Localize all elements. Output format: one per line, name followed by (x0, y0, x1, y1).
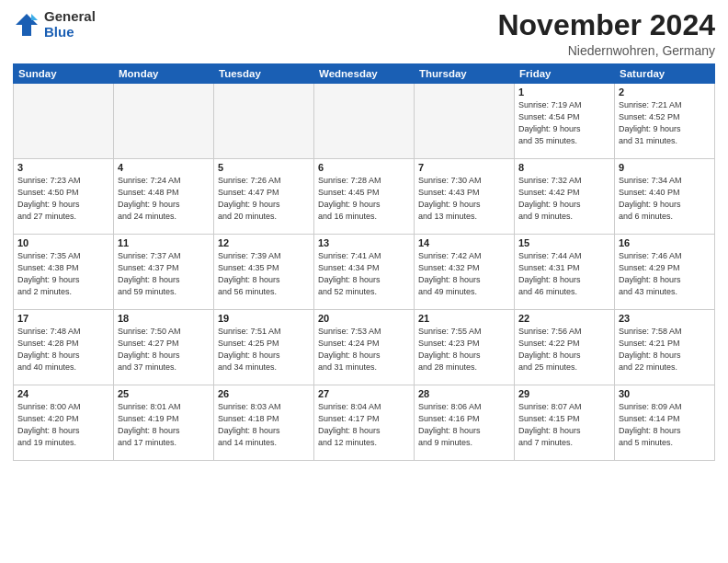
col-thursday: Thursday (415, 64, 515, 84)
day-number: 23 (619, 313, 711, 324)
day-info: Sunrise: 8:07 AMSunset: 4:15 PMDaylight:… (518, 401, 610, 449)
day-number: 17 (17, 313, 109, 324)
table-row: 13Sunrise: 7:41 AMSunset: 4:34 PMDayligh… (314, 235, 415, 310)
day-info: Sunrise: 8:03 AMSunset: 4:18 PMDaylight:… (218, 401, 310, 449)
table-row: 3Sunrise: 7:23 AMSunset: 4:50 PMDaylight… (14, 159, 114, 235)
day-number: 3 (17, 162, 109, 173)
day-info: Sunrise: 7:34 AMSunset: 4:40 PMDaylight:… (619, 175, 711, 223)
table-row: 23Sunrise: 7:58 AMSunset: 4:21 PMDayligh… (615, 310, 715, 385)
calendar-week-row: 3Sunrise: 7:23 AMSunset: 4:50 PMDaylight… (14, 159, 715, 235)
table-row: 20Sunrise: 7:53 AMSunset: 4:24 PMDayligh… (314, 310, 415, 385)
table-row (14, 84, 114, 159)
table-row: 27Sunrise: 8:04 AMSunset: 4:17 PMDayligh… (314, 385, 415, 461)
table-row (314, 84, 415, 159)
calendar-week-row: 1Sunrise: 7:19 AMSunset: 4:54 PMDaylight… (14, 84, 715, 159)
calendar-table: Sunday Monday Tuesday Wednesday Thursday… (13, 63, 715, 461)
day-number: 5 (218, 162, 310, 173)
day-info: Sunrise: 8:01 AMSunset: 4:19 PMDaylight:… (118, 401, 210, 449)
table-row: 17Sunrise: 7:48 AMSunset: 4:28 PMDayligh… (14, 310, 114, 385)
day-info: Sunrise: 8:06 AMSunset: 4:16 PMDaylight:… (418, 401, 510, 449)
page: General Blue November 2024 Niedernwohren… (0, 0, 728, 563)
table-row: 19Sunrise: 7:51 AMSunset: 4:25 PMDayligh… (214, 310, 314, 385)
col-wednesday: Wednesday (314, 64, 415, 84)
month-title: November 2024 (497, 9, 715, 41)
day-number: 4 (118, 162, 210, 173)
calendar-week-row: 24Sunrise: 8:00 AMSunset: 4:20 PMDayligh… (14, 385, 715, 461)
day-number: 11 (118, 237, 210, 248)
table-row: 24Sunrise: 8:00 AMSunset: 4:20 PMDayligh… (14, 385, 114, 461)
day-number: 18 (118, 313, 210, 324)
col-monday: Monday (114, 64, 214, 84)
table-row: 22Sunrise: 7:56 AMSunset: 4:22 PMDayligh… (515, 310, 615, 385)
day-number: 22 (518, 313, 610, 324)
day-info: Sunrise: 7:41 AMSunset: 4:34 PMDaylight:… (318, 250, 410, 298)
day-number: 9 (619, 162, 711, 173)
title-block: November 2024 Niedernwohren, Germany (497, 9, 715, 58)
table-row: 29Sunrise: 8:07 AMSunset: 4:15 PMDayligh… (515, 385, 615, 461)
day-number: 25 (118, 388, 210, 399)
table-row: 14Sunrise: 7:42 AMSunset: 4:32 PMDayligh… (415, 235, 515, 310)
table-row: 2Sunrise: 7:21 AMSunset: 4:52 PMDaylight… (615, 84, 715, 159)
day-number: 7 (418, 162, 510, 173)
day-info: Sunrise: 7:28 AMSunset: 4:45 PMDaylight:… (318, 175, 410, 223)
day-info: Sunrise: 7:51 AMSunset: 4:25 PMDaylight:… (218, 326, 310, 373)
day-info: Sunrise: 7:53 AMSunset: 4:24 PMDaylight:… (318, 326, 410, 373)
table-row: 30Sunrise: 8:09 AMSunset: 4:14 PMDayligh… (615, 385, 715, 461)
day-info: Sunrise: 7:48 AMSunset: 4:28 PMDaylight:… (17, 326, 109, 373)
col-sunday: Sunday (14, 64, 114, 84)
table-row (415, 84, 515, 159)
day-info: Sunrise: 7:58 AMSunset: 4:21 PMDaylight:… (619, 326, 711, 373)
header: General Blue November 2024 Niedernwohren… (13, 9, 715, 58)
table-row: 16Sunrise: 7:46 AMSunset: 4:29 PMDayligh… (615, 235, 715, 310)
day-info: Sunrise: 7:19 AMSunset: 4:54 PMDaylight:… (518, 99, 610, 147)
table-row: 12Sunrise: 7:39 AMSunset: 4:35 PMDayligh… (214, 235, 314, 310)
day-number: 28 (418, 388, 510, 399)
day-number: 30 (619, 388, 711, 399)
table-row: 7Sunrise: 7:30 AMSunset: 4:43 PMDaylight… (415, 159, 515, 235)
col-friday: Friday (515, 64, 615, 84)
day-info: Sunrise: 7:21 AMSunset: 4:52 PMDaylight:… (619, 99, 711, 147)
day-info: Sunrise: 7:44 AMSunset: 4:31 PMDaylight:… (518, 250, 610, 298)
table-row: 18Sunrise: 7:50 AMSunset: 4:27 PMDayligh… (114, 310, 214, 385)
day-number: 20 (318, 313, 410, 324)
location: Niedernwohren, Germany (497, 43, 715, 58)
logo-icon (13, 11, 40, 39)
day-number: 24 (17, 388, 109, 399)
table-row: 6Sunrise: 7:28 AMSunset: 4:45 PMDaylight… (314, 159, 415, 235)
day-info: Sunrise: 8:04 AMSunset: 4:17 PMDaylight:… (318, 401, 410, 449)
day-info: Sunrise: 7:30 AMSunset: 4:43 PMDaylight:… (418, 175, 510, 223)
table-row: 26Sunrise: 8:03 AMSunset: 4:18 PMDayligh… (214, 385, 314, 461)
day-info: Sunrise: 7:26 AMSunset: 4:47 PMDaylight:… (218, 175, 310, 223)
table-row: 8Sunrise: 7:32 AMSunset: 4:42 PMDaylight… (515, 159, 615, 235)
day-info: Sunrise: 7:35 AMSunset: 4:38 PMDaylight:… (17, 250, 109, 298)
day-info: Sunrise: 7:37 AMSunset: 4:37 PMDaylight:… (118, 250, 210, 298)
table-row: 11Sunrise: 7:37 AMSunset: 4:37 PMDayligh… (114, 235, 214, 310)
day-number: 13 (318, 237, 410, 248)
table-row: 5Sunrise: 7:26 AMSunset: 4:47 PMDaylight… (214, 159, 314, 235)
day-number: 1 (518, 86, 610, 98)
day-info: Sunrise: 7:24 AMSunset: 4:48 PMDaylight:… (118, 175, 210, 223)
table-row: 28Sunrise: 8:06 AMSunset: 4:16 PMDayligh… (415, 385, 515, 461)
day-info: Sunrise: 7:46 AMSunset: 4:29 PMDaylight:… (619, 250, 711, 298)
col-tuesday: Tuesday (214, 64, 314, 84)
day-number: 12 (218, 237, 310, 248)
day-number: 6 (318, 162, 410, 173)
day-number: 15 (518, 237, 610, 248)
day-info: Sunrise: 8:09 AMSunset: 4:14 PMDaylight:… (619, 401, 711, 449)
table-row (114, 84, 214, 159)
day-number: 8 (518, 162, 610, 173)
table-row: 1Sunrise: 7:19 AMSunset: 4:54 PMDaylight… (515, 84, 615, 159)
svg-marker-1 (31, 14, 38, 20)
logo-text: General Blue (44, 9, 96, 40)
day-number: 27 (318, 388, 410, 399)
day-number: 21 (418, 313, 510, 324)
day-number: 10 (17, 237, 109, 248)
calendar-week-row: 10Sunrise: 7:35 AMSunset: 4:38 PMDayligh… (14, 235, 715, 310)
day-info: Sunrise: 7:39 AMSunset: 4:35 PMDaylight:… (218, 250, 310, 298)
calendar-header-row: Sunday Monday Tuesday Wednesday Thursday… (14, 64, 715, 84)
table-row: 25Sunrise: 8:01 AMSunset: 4:19 PMDayligh… (114, 385, 214, 461)
day-info: Sunrise: 8:00 AMSunset: 4:20 PMDaylight:… (17, 401, 109, 449)
logo: General Blue (13, 9, 96, 40)
day-number: 14 (418, 237, 510, 248)
day-info: Sunrise: 7:42 AMSunset: 4:32 PMDaylight:… (418, 250, 510, 298)
